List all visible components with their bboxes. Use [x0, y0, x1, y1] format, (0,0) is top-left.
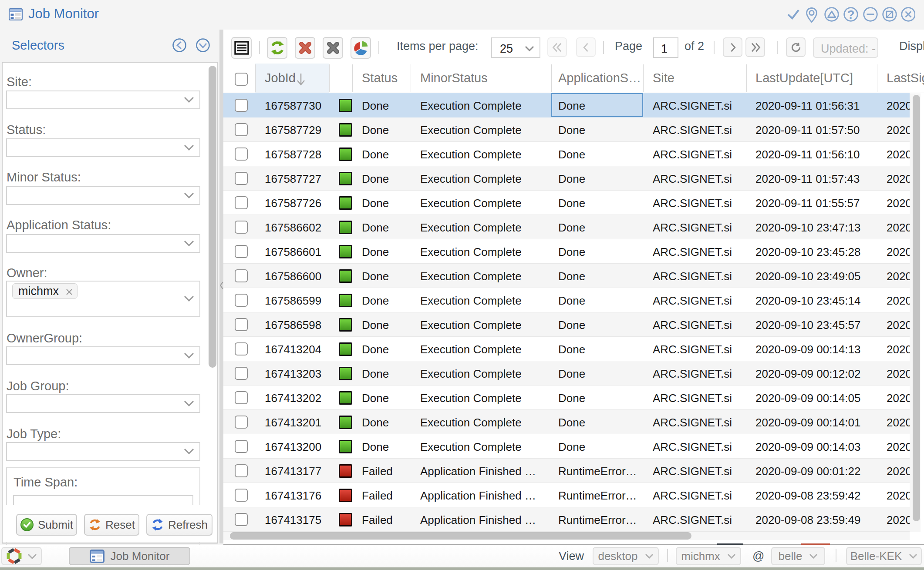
svg-text:?: ?	[847, 8, 854, 21]
